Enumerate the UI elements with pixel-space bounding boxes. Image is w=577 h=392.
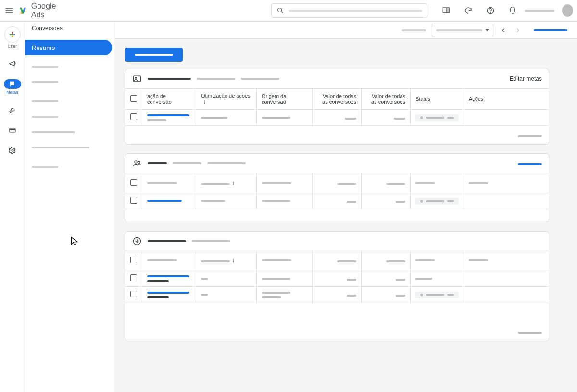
checkbox[interactable] [130, 113, 137, 120]
chart-toggle[interactable] [534, 29, 567, 31]
avatar[interactable] [562, 4, 573, 17]
appearance-icon[interactable] [442, 6, 451, 15]
card-sub [207, 162, 246, 164]
row-link[interactable] [147, 292, 189, 294]
card-footer [125, 126, 549, 144]
col-origin[interactable]: Origem da conversão [257, 89, 313, 110]
card-downloads: ↓ [125, 231, 549, 342]
svg-point-23 [138, 161, 140, 163]
col-name[interactable]: ação de conversão [142, 89, 196, 110]
card-action-link[interactable] [518, 160, 542, 167]
secondary-header [115, 22, 577, 39]
sidebar-item[interactable] [25, 109, 112, 124]
col-opt[interactable]: Otimização de ações↓ [196, 89, 257, 110]
card-footer [125, 209, 549, 222]
card-leads: ↓ [125, 153, 549, 222]
account-name [525, 10, 554, 12]
notifications-icon[interactable] [508, 6, 517, 15]
table-row[interactable] [125, 287, 549, 303]
svg-point-21 [135, 77, 137, 79]
svg-point-12 [490, 12, 491, 12]
people-icon [132, 159, 142, 168]
svg-point-19 [12, 149, 13, 151]
checkbox[interactable] [130, 197, 137, 204]
rail-admin[interactable] [4, 146, 21, 155]
chevron-down-icon [485, 29, 489, 31]
person-card-icon [132, 74, 142, 84]
search-icon [276, 7, 284, 14]
col-status[interactable]: Status [411, 89, 464, 110]
card-sub [241, 78, 279, 80]
refresh-icon[interactable] [464, 6, 473, 15]
col-val2[interactable]: Valor de todas as conversões [362, 89, 411, 110]
rail-create[interactable]: Criar [4, 26, 21, 49]
checkbox[interactable] [130, 274, 137, 281]
table-3: ↓ [125, 251, 549, 304]
table-row[interactable] [125, 193, 549, 209]
table-1: ação de conversão Otimização de ações↓ O… [125, 89, 549, 126]
status-chip [415, 292, 459, 298]
search-placeholder [289, 10, 422, 12]
card-sub [173, 162, 201, 164]
row-link[interactable] [147, 275, 189, 277]
sidebar-item[interactable] [25, 94, 112, 109]
col-actions[interactable]: Ações [464, 89, 549, 110]
logo[interactable]: Google Ads [20, 2, 66, 19]
checkbox-all[interactable] [130, 95, 137, 102]
breadcrumb: Conversões [25, 22, 115, 35]
rail-goals[interactable]: Metas [4, 79, 21, 95]
sidebar-item[interactable] [25, 74, 112, 90]
next-arrow[interactable] [514, 26, 522, 35]
svg-rect-10 [447, 8, 449, 12]
sidebar-item-resumo[interactable]: Resumo [25, 40, 112, 55]
card-title [148, 78, 191, 80]
card-footer [125, 303, 549, 322]
card-title [148, 240, 186, 242]
app-header: Google Ads [0, 0, 577, 22]
sidebar-item[interactable] [25, 159, 112, 174]
table-row[interactable] [125, 270, 549, 287]
col-val1[interactable]: Valor de todas as conversões [313, 89, 362, 110]
card-title [148, 162, 167, 164]
date-picker[interactable] [432, 24, 493, 37]
card-footer-link [125, 322, 549, 341]
nav-rail: Criar Metas [0, 22, 25, 392]
svg-line-7 [281, 12, 283, 13]
rail-tools[interactable] [4, 105, 21, 115]
help-icon[interactable] [486, 6, 495, 15]
status-chip [415, 198, 459, 205]
logo-text: Google Ads [31, 2, 66, 19]
status-chip [415, 114, 459, 121]
rail-billing[interactable] [4, 125, 21, 135]
rail-campaigns[interactable] [4, 59, 21, 69]
checkbox[interactable] [130, 291, 137, 297]
table-2: ↓ [125, 173, 549, 209]
card-sub [197, 78, 235, 80]
search-input[interactable] [271, 3, 427, 18]
menu-icon[interactable] [4, 5, 14, 16]
prev-arrow[interactable] [499, 26, 508, 35]
svg-rect-17 [10, 128, 15, 132]
primary-button[interactable] [125, 48, 183, 62]
sidebar: Conversões Resumo [25, 22, 115, 392]
svg-point-6 [278, 8, 282, 12]
sidebar-item[interactable] [25, 124, 112, 140]
header-text [402, 29, 426, 31]
card-sub [192, 240, 230, 242]
row-link[interactable] [147, 114, 189, 116]
card-purchases: Editar metas ação de conversão Otimizaçã… [125, 69, 549, 145]
sidebar-item[interactable] [25, 140, 112, 155]
row-link[interactable] [147, 200, 182, 202]
sidebar-item[interactable] [25, 59, 112, 74]
content: Editar metas ação de conversão Otimizaçã… [115, 22, 577, 392]
header-icons [442, 6, 517, 15]
svg-point-22 [135, 161, 137, 163]
checkbox-all[interactable] [130, 257, 137, 263]
table-row[interactable] [125, 110, 549, 126]
edit-goals-link[interactable]: Editar metas [510, 75, 542, 82]
checkbox-all[interactable] [130, 179, 137, 186]
download-icon [132, 236, 142, 246]
